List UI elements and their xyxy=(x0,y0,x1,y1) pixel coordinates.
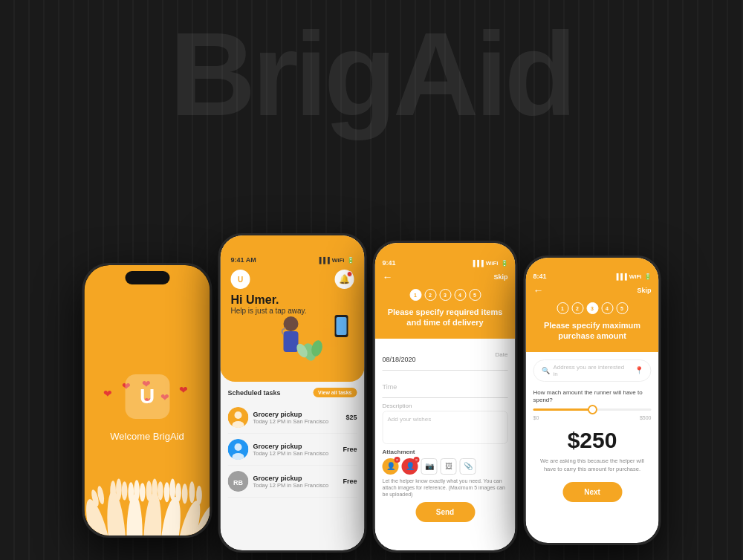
send-button[interactable]: Send xyxy=(415,502,475,522)
description-placeholder: Add your wishes xyxy=(388,416,432,423)
description-label: Description xyxy=(383,403,508,409)
welcome-screen: U Welcome BrigAid ❤ ❤ ❤ ❤ ❤ ❤ xyxy=(85,265,210,535)
amount-note: We are asking this because the helper wi… xyxy=(533,458,652,473)
task-detail: Today 12 PM in San Francisco xyxy=(253,450,339,457)
remove-attachment[interactable]: × xyxy=(395,457,400,463)
section-title: Scheduled tasks xyxy=(228,389,281,397)
svg-point-17 xyxy=(158,481,163,500)
task-detail: Today 12 PM in San Francisco xyxy=(253,482,339,489)
status-bar-3: 9:41 ▐▐▐ WiFi 🔋 xyxy=(383,259,508,267)
svg-point-34 xyxy=(235,411,242,419)
slider-min: $0 xyxy=(533,415,539,420)
task-item[interactable]: Grocery pickup Today 12 PM in San Franci… xyxy=(228,434,357,466)
address-input[interactable]: 🔍 Address you are interested in 📍 xyxy=(533,359,652,382)
svg-point-15 xyxy=(146,481,152,501)
svg-point-10 xyxy=(116,478,122,500)
time-field[interactable]: Time xyxy=(383,374,508,398)
description-textarea[interactable]: Add your wishes xyxy=(383,411,508,444)
date-field[interactable]: 08/18/2020 Date xyxy=(383,346,508,371)
status-icons: ▐▐▐ WiFi 🔋 xyxy=(317,257,354,264)
phone-notch xyxy=(125,271,169,284)
task-item[interactable]: Grocery pickup Today 12 PM in San Franci… xyxy=(228,402,357,434)
attachment-label: Attachment xyxy=(383,449,508,455)
nav-row-4: ← Skip xyxy=(533,284,652,296)
back-button-4[interactable]: ← xyxy=(533,284,544,296)
step-indicators-4: 1 2 3 4 5 xyxy=(533,302,652,314)
signal-icon: ▐▐▐ xyxy=(614,273,627,280)
phone-purchase: 8:41 ▐▐▐ WiFi 🔋 ← Skip 1 2 3 4 5 xyxy=(524,255,661,545)
task-price-free: Free xyxy=(343,446,357,453)
attachment-thumb-2[interactable]: 👤 × xyxy=(402,458,418,475)
time-placeholder: Time xyxy=(383,383,398,391)
purchase-body: 🔍 Address you are interested in 📍 How ma… xyxy=(526,352,659,543)
attachment-note: Let the helper know exactly what you nee… xyxy=(383,478,508,498)
add-file-button[interactable]: 📎 xyxy=(460,458,476,475)
task-avatar-3: RB xyxy=(228,471,249,492)
purchase-header: 8:41 ▐▐▐ WiFi 🔋 ← Skip 1 2 3 4 5 xyxy=(526,258,659,352)
form-header-title: Please specify required items and time o… xyxy=(383,307,508,328)
task-price: $25 xyxy=(345,414,357,421)
remove-attachment-2[interactable]: × xyxy=(414,457,420,463)
skip-button[interactable]: Skip xyxy=(493,273,507,281)
slider-max: $500 xyxy=(640,415,652,420)
svg-point-20 xyxy=(175,483,181,501)
app-icon: U xyxy=(125,374,169,419)
wifi-icon: WiFi xyxy=(486,260,499,267)
svg-point-23 xyxy=(196,486,202,504)
home-top-row: U 🔔 xyxy=(231,270,354,289)
search-icon: 🔍 xyxy=(542,367,550,374)
slider-thumb[interactable] xyxy=(588,405,597,414)
signal-icon: ▐▐▐ xyxy=(471,260,484,267)
notification-bell[interactable]: 🔔 xyxy=(335,270,354,289)
battery-icon: 🔋 xyxy=(347,257,354,264)
svg-point-9 xyxy=(110,481,116,501)
step-3-4: 3 xyxy=(586,302,598,314)
battery-icon: 🔋 xyxy=(644,273,652,280)
status-time: 9:41 AM xyxy=(231,256,256,264)
slider-question: How mach amount the runner will have to … xyxy=(533,389,652,405)
svg-point-11 xyxy=(122,481,128,500)
welcome-text: Welcome BrigAid xyxy=(110,431,184,442)
task-detail: Today 12 PM in San Francisco xyxy=(253,418,342,425)
status-bar: 9:41 AM ▐▐▐ WiFi 🔋 xyxy=(231,256,354,264)
step-1-4: 1 xyxy=(557,302,568,314)
task-avatar-1 xyxy=(228,407,249,428)
skip-button-4[interactable]: Skip xyxy=(637,287,651,294)
step-4-4: 4 xyxy=(601,302,613,314)
background-title: BrigAid xyxy=(0,0,743,149)
step-3: 3 xyxy=(439,289,451,301)
slider-fill xyxy=(533,408,593,411)
attachment-icons: 👤 × 👤 × 📷 🖼 📎 xyxy=(383,458,508,475)
amount-display: $250 xyxy=(533,428,652,453)
home-header: 9:41 AM ▐▐▐ WiFi 🔋 U 🔔 Hi Umer. Help is xyxy=(221,235,365,382)
task-price-free-2: Free xyxy=(343,478,357,485)
home-screen: 9:41 AM ▐▐▐ WiFi 🔋 U 🔔 Hi Umer. Help is xyxy=(221,235,365,550)
purchase-screen: 8:41 ▐▐▐ WiFi 🔋 ← Skip 1 2 3 4 5 xyxy=(526,258,659,543)
step-indicators: 1 2 3 4 5 xyxy=(383,289,508,301)
view-all-button[interactable]: View all tasks xyxy=(313,388,357,397)
step-2: 2 xyxy=(424,289,436,301)
attachment-thumb-1[interactable]: 👤 × xyxy=(383,458,399,475)
phone-home: 9:41 AM ▐▐▐ WiFi 🔋 U 🔔 Hi Umer. Help is xyxy=(218,233,367,553)
task-item[interactable]: RB Grocery pickup Today 12 PM in San Fra… xyxy=(228,466,357,498)
user-avatar[interactable]: U xyxy=(231,270,250,289)
status-time-3: 9:41 xyxy=(383,259,396,267)
step-2-4: 2 xyxy=(571,302,583,314)
wifi-icon: WiFi xyxy=(629,273,642,280)
next-button[interactable]: Next xyxy=(562,482,622,502)
step-1: 1 xyxy=(409,289,421,301)
form-screen: 9:41 ▐▐▐ WiFi 🔋 ← Skip 1 2 3 4 5 xyxy=(375,243,516,550)
svg-point-37 xyxy=(235,443,242,451)
task-name: Grocery pickup xyxy=(253,411,342,418)
nav-row-3: ← Skip xyxy=(383,271,508,283)
back-button[interactable]: ← xyxy=(383,271,393,283)
add-photo-button[interactable]: 📷 xyxy=(421,458,438,475)
amount-slider[interactable] xyxy=(533,408,652,411)
location-icon: 📍 xyxy=(635,366,643,374)
add-image-button[interactable]: 🖼 xyxy=(441,458,457,475)
phones-container: U Welcome BrigAid ❤ ❤ ❤ ❤ ❤ ❤ xyxy=(82,233,661,560)
task-name: Grocery pickup xyxy=(253,443,339,450)
svg-rect-29 xyxy=(337,317,347,335)
phone-welcome: U Welcome BrigAid ❤ ❤ ❤ ❤ ❤ ❤ xyxy=(82,263,212,538)
purchase-header-title: Please specify maximum purchase amount xyxy=(533,320,652,342)
